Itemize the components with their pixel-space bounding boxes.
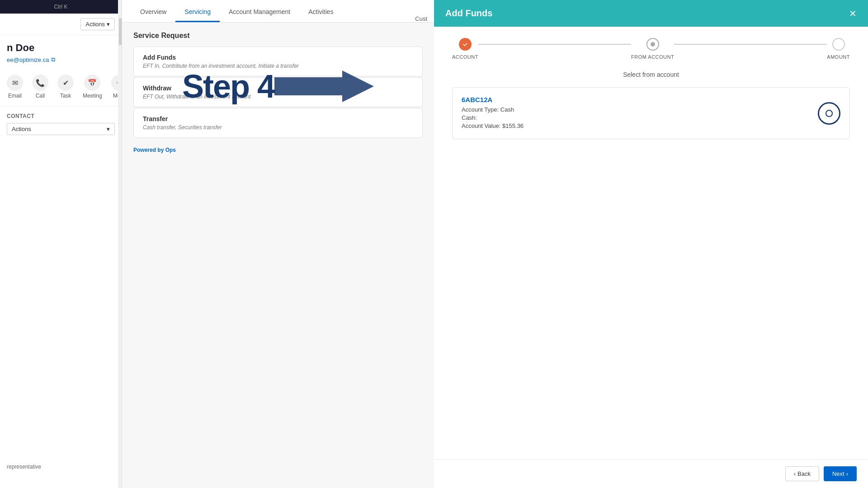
sidebar: Ctrl K Actions ▾ n Doe ee@optimize.ca ⧉ … [0,0,122,488]
tab-servicing[interactable]: Servicing [175,2,220,22]
contact-actions-dropdown: Actions ▾ [7,123,115,135]
chevron-down-icon: ▾ [107,21,110,28]
sidebar-actions-bar: Actions ▾ [0,14,122,35]
main-content: Overview Servicing Account Management Ac… [122,0,434,488]
stepper-label-from-account: FROM ACCOUNT [631,54,674,60]
panel-footer: ‹ Back Next › [434,459,868,488]
stepper-label-amount: AMOUNT [827,54,850,60]
representative-label: representative [7,464,41,470]
stepper-circle-amount [832,38,845,51]
add-funds-title: Add Funds [143,54,413,61]
chevron-down-icon-2: ▾ [107,126,110,132]
account-cash: Cash: [462,114,524,121]
main-tabs: Overview Servicing Account Management Ac… [122,0,434,23]
email-label: Email [8,93,22,99]
powered-by: Powered by Ops [133,147,423,153]
withdraw-card[interactable]: Withdraw EFT Out, Withdraw to an investm… [133,77,423,107]
task-icon: ✔ [57,75,74,91]
withdraw-title: Withdraw [143,84,413,92]
tab-overview[interactable]: Overview [131,2,175,22]
call-action[interactable]: 📞 Call [32,75,48,99]
phone-icon: 📞 [32,75,48,91]
sidebar-scrollbar-thumb [119,18,122,45]
top-bar: Ctrl K [0,0,122,14]
add-funds-panel: Add Funds ✕ ACCOUNT FROM ACCOUNT AMOUNT [434,0,868,488]
withdraw-desc: EFT Out, Withdraw to an investment accou… [143,94,413,100]
transfer-desc: Cash transfer, Securities transfer [143,124,413,131]
service-request-section: Service Request Add Funds EFT In, Contri… [122,23,434,162]
panel-close-button[interactable]: ✕ [849,9,857,18]
back-button[interactable]: ‹ Back [785,466,819,481]
contact-section-label: Contact [0,106,122,123]
stepper-circle-account [459,38,472,51]
account-type: Account Type: Cash [462,106,524,113]
panel-header: Add Funds ✕ [434,0,868,27]
account-value: Account Value: $155.36 [462,122,524,129]
tab-account-management[interactable]: Account Management [220,2,299,22]
transfer-title: Transfer [143,115,413,122]
back-chevron-icon: ‹ [794,470,796,477]
contact-actions-dropdown-button[interactable]: Actions ▾ [7,123,115,135]
meeting-action[interactable]: 📅 Meeting [83,75,102,99]
contact-actions-row: ✉ Email 📞 Call ✔ Task 📅 Meeting ··· More [0,70,122,106]
copy-icon[interactable]: ⧉ [51,56,55,63]
contact-email: ee@optimize.ca ⧉ [0,56,122,70]
contact-name: n Doe [0,35,122,56]
tab-navigation: Overview Servicing Account Management Ac… [131,2,342,22]
account-radio-inner [826,110,833,117]
next-button[interactable]: Next › [824,466,857,481]
meeting-label: Meeting [83,93,102,99]
tab-activities[interactable]: Activities [299,2,342,22]
account-card-info: 6ABC12A Account Type: Cash Cash: Account… [462,96,524,131]
stepper: ACCOUNT FROM ACCOUNT AMOUNT [434,27,868,66]
stepper-step-from-account: FROM ACCOUNT [631,38,674,60]
panel-title: Add Funds [445,8,492,19]
email-action[interactable]: ✉ Email [7,75,23,99]
stepper-circle-from-account [646,38,659,51]
keyboard-shortcut: Ctrl K [54,4,68,10]
stepper-line-2 [674,44,827,45]
call-label: Call [36,93,45,99]
stepper-label-account: ACCOUNT [452,54,478,60]
account-id: 6ABC12A [462,96,524,103]
meeting-icon: 📅 [84,75,100,91]
task-label: Task [60,93,71,99]
next-chevron-icon: › [846,470,848,477]
email-icon: ✉ [7,75,23,91]
powered-by-brand: Ops [165,147,176,153]
cust-label: Cust [415,15,427,22]
account-radio-button[interactable] [818,102,840,125]
stepper-step-account: ACCOUNT [452,38,478,60]
from-account-subtitle: Select from account [452,71,850,78]
transfer-card[interactable]: Transfer Cash transfer, Securities trans… [133,108,423,138]
service-request-title: Service Request [133,32,423,40]
task-action[interactable]: ✔ Task [57,75,74,99]
stepper-step-amount: AMOUNT [827,38,850,60]
sidebar-actions-button[interactable]: Actions ▾ [80,18,115,30]
stepper-line-1 [478,44,631,45]
add-funds-card[interactable]: Add Funds EFT In, Contribute from an inv… [133,47,423,76]
add-funds-desc: EFT In, Contribute from an investment ac… [143,63,413,69]
sidebar-scrollbar[interactable] [118,0,122,488]
account-card-6abc12a[interactable]: 6ABC12A Account Type: Cash Cash: Account… [452,87,850,139]
panel-content: Select from account 6ABC12A Account Type… [434,66,868,459]
